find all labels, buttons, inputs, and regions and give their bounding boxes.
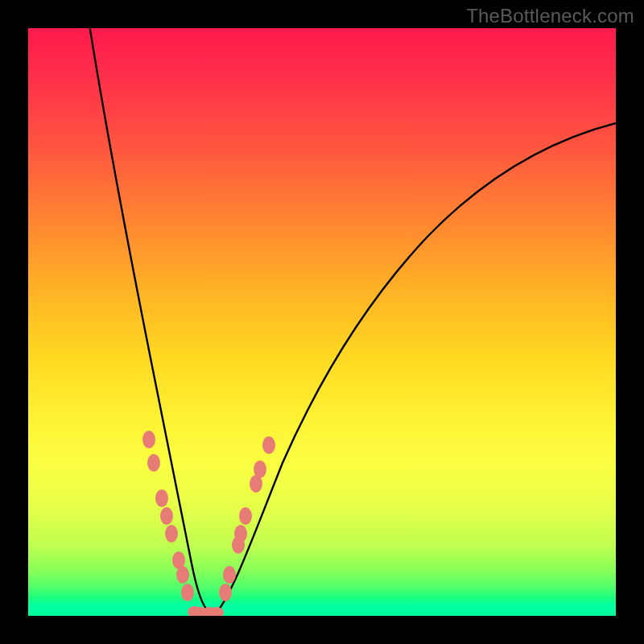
plot-area xyxy=(28,28,616,616)
right-arm-path xyxy=(217,121,616,613)
marker xyxy=(254,460,266,478)
marker xyxy=(155,489,168,507)
attribution-text: TheBottleneck.com xyxy=(466,5,634,27)
marker xyxy=(147,454,160,472)
marker xyxy=(223,566,236,584)
marker xyxy=(142,431,155,448)
marker xyxy=(219,584,232,601)
chart-frame: TheBottleneck.com xyxy=(0,0,644,644)
marker xyxy=(181,584,194,601)
marker xyxy=(165,525,178,543)
left-arm-path xyxy=(86,28,212,613)
curve-layer xyxy=(28,28,616,616)
marker xyxy=(176,566,189,584)
marker xyxy=(234,525,247,543)
marker xyxy=(239,507,252,525)
marker xyxy=(262,436,275,454)
marker xyxy=(160,507,173,525)
marker-group xyxy=(142,431,275,616)
